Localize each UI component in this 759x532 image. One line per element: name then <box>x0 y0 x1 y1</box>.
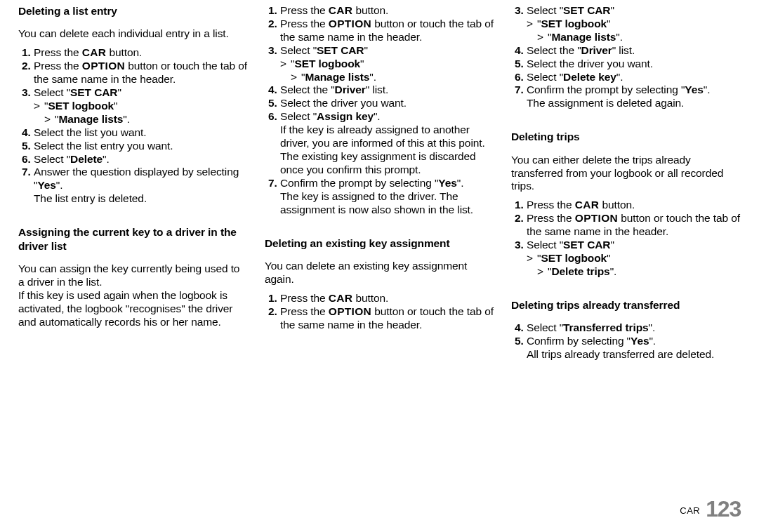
step: Select "Transferred trips". <box>527 321 741 335</box>
step: Confirm by selecting "Yes". All trips al… <box>527 335 741 361</box>
steps-deleting-list-entry: Press the CAR button. Press the OPTION b… <box>18 46 248 206</box>
step: Press the OPTION button or touch the tab… <box>280 305 494 332</box>
step: Press the CAR button. <box>527 199 741 212</box>
step: Press the CAR button. <box>34 46 248 60</box>
step: Select "SET CAR" "SET logbook" "Delete t… <box>527 239 741 279</box>
substep: "SET logbook" <box>34 100 248 113</box>
steps-deleting-transferred-trips: Select "Transferred trips". Confirm by s… <box>511 321 741 361</box>
content-columns: Deleting a list entry You can delete eac… <box>18 4 741 439</box>
step: Press the OPTION button or touch the tab… <box>527 212 741 239</box>
steps-deleting-trips: Press the CAR button. Press the OPTION b… <box>511 199 741 278</box>
step: Select "Delete key". <box>527 71 741 84</box>
heading-deleting-trips: Deleting trips <box>511 130 741 143</box>
step: Press the CAR button. <box>280 4 494 18</box>
step: Select the "Driver" list. <box>280 84 494 97</box>
substep: "Manage lists". <box>280 71 494 84</box>
step: Answer the question displayed by selecti… <box>34 166 248 206</box>
steps-assigning-key: Press the CAR button. Press the OPTION b… <box>265 4 494 217</box>
step: Confirm the prompt by selecting "Yes". T… <box>527 84 741 110</box>
substep: "Manage lists". <box>34 113 248 126</box>
step: Select "Delete". <box>34 153 248 166</box>
steps-deleting-key-assignment-b: Select "SET CAR" "SET logbook" "Manage l… <box>511 4 741 110</box>
step: Select "Assign key". If the key is alrea… <box>280 110 494 177</box>
step: Select the "Driver" list. <box>527 44 741 58</box>
step: Select "SET CAR" "SET logbook" "Manage l… <box>34 86 248 126</box>
substep: "SET logbook" <box>280 58 494 71</box>
section-label: CAR <box>680 505 700 516</box>
step: Press the CAR button. <box>280 292 494 305</box>
step: Select "SET CAR" "SET logbook" "Manage l… <box>527 4 741 44</box>
substep: "SET logbook" <box>527 18 741 31</box>
step: Press the OPTION button or touch the tab… <box>280 18 494 44</box>
step: Press the OPTION button or touch the tab… <box>34 60 248 86</box>
intro-text: You can delete an existing key assignmen… <box>265 260 494 286</box>
substep: "Manage lists". <box>527 31 741 44</box>
heading-deleting-list-entry: Deleting a list entry <box>18 4 248 18</box>
step: Select the driver you want. <box>527 58 741 71</box>
intro-text: You can assign the key currently being u… <box>18 262 248 289</box>
substep: "Delete trips". <box>527 265 741 279</box>
page-footer: CAR123 <box>680 496 741 522</box>
manual-page: Deleting a list entry You can delete eac… <box>0 0 759 532</box>
step: Select "SET CAR" "SET logbook" "Manage l… <box>280 44 494 84</box>
step: Confirm the prompt by selecting "Yes". T… <box>280 177 494 217</box>
heading-deleting-key-assignment: Deleting an existing key assignment <box>265 237 494 250</box>
intro-text: You can delete each individual entry in … <box>18 27 248 41</box>
step: Select the list entry you want. <box>34 140 248 153</box>
substep: "SET logbook" <box>527 252 741 265</box>
step: Select the list you want. <box>34 126 248 140</box>
steps-deleting-key-assignment-a: Press the CAR button. Press the OPTION b… <box>265 292 494 332</box>
page-number: 123 <box>706 496 741 521</box>
intro-text: If this key is used again when the logbo… <box>18 289 248 329</box>
intro-text: You can either delete the trips already … <box>511 154 741 194</box>
heading-assigning-key: Assigning the current key to a driver in… <box>18 225 248 253</box>
step: Select the driver you want. <box>280 97 494 110</box>
heading-deleting-transferred-trips: Deleting trips already transferred <box>511 298 741 312</box>
